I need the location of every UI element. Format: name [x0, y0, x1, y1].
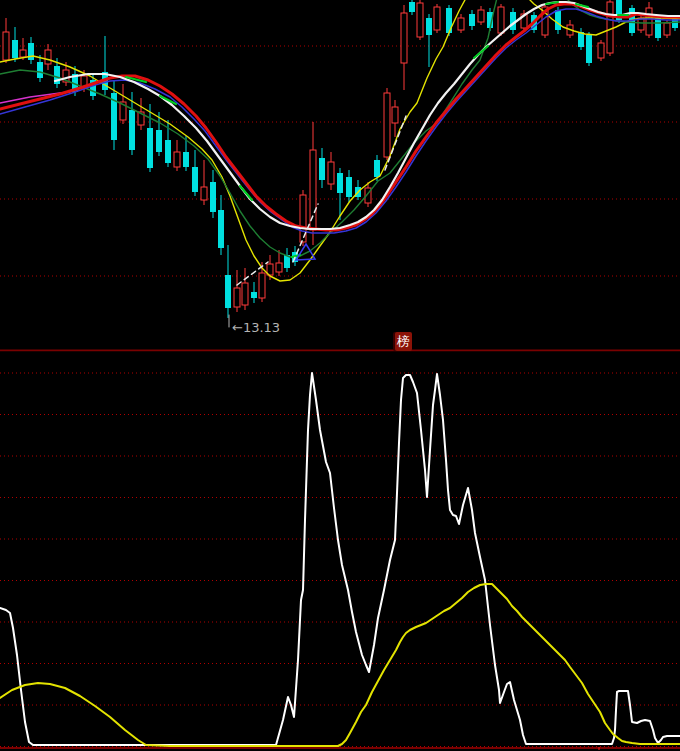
indicator-chart-canvas [0, 352, 680, 751]
low-price-label: ←13.13 [232, 320, 280, 335]
stock-chart-window: ←13.13 榜 [0, 0, 680, 751]
rank-badge-button[interactable]: 榜 [395, 332, 412, 351]
price-chart-canvas: ←13.13 [0, 0, 680, 352]
